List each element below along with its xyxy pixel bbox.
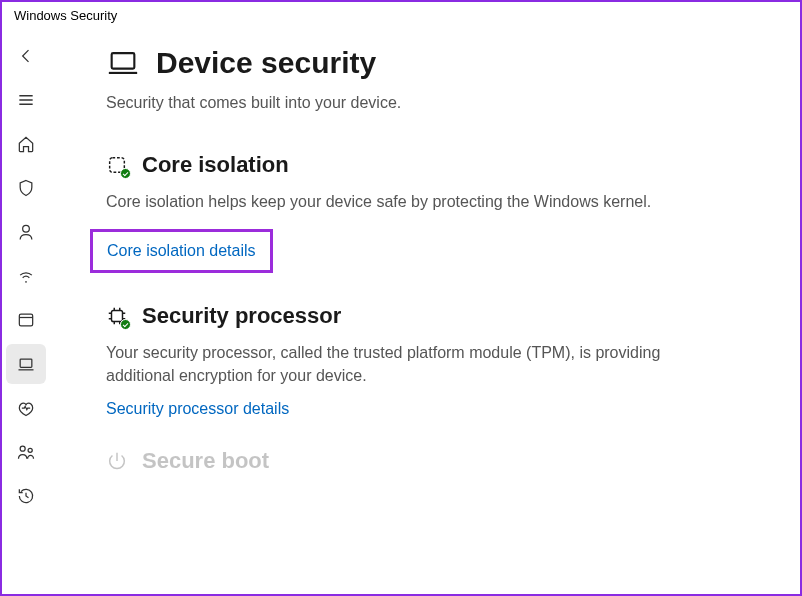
nav-app-browser[interactable]: [6, 300, 46, 340]
security-processor-desc: Your security processor, called the trus…: [106, 341, 666, 387]
laptop-icon: [16, 354, 36, 374]
status-ok-badge: [120, 168, 131, 179]
nav-account-protection[interactable]: [6, 212, 46, 252]
main-content: Device security Security that comes buil…: [50, 32, 800, 594]
window-icon: [16, 310, 36, 330]
annotation-highlight: Core isolation details: [90, 229, 273, 273]
chip-icon: [106, 305, 128, 327]
nav-device-security[interactable]: [6, 344, 46, 384]
history-icon: [16, 486, 36, 506]
laptop-icon: [106, 46, 140, 80]
nav-firewall[interactable]: [6, 256, 46, 296]
power-icon: [106, 450, 128, 472]
secure-boot-title: Secure boot: [142, 448, 269, 474]
section-secure-boot: Secure boot: [106, 448, 760, 474]
section-security-processor: Security processor Your security process…: [106, 303, 760, 417]
menu-button[interactable]: [6, 80, 46, 120]
person-icon: [16, 222, 36, 242]
core-isolation-desc: Core isolation helps keep your device sa…: [106, 190, 666, 213]
hamburger-icon: [16, 90, 36, 110]
nav-device-performance[interactable]: [6, 388, 46, 428]
signal-icon: [16, 266, 36, 286]
window-title: Windows Security: [2, 2, 800, 32]
core-isolation-title: Core isolation: [142, 152, 289, 178]
core-isolation-icon: [106, 154, 128, 176]
svg-rect-5: [112, 53, 135, 69]
page-subtitle: Security that comes built into your devi…: [106, 94, 760, 112]
home-icon: [16, 134, 36, 154]
shield-icon: [16, 178, 36, 198]
security-processor-title: Security processor: [142, 303, 341, 329]
security-processor-details-link[interactable]: Security processor details: [106, 400, 289, 418]
back-button[interactable]: [6, 36, 46, 76]
section-core-isolation: Core isolation Core isolation helps keep…: [106, 152, 760, 273]
nav-family[interactable]: [6, 432, 46, 472]
svg-point-0: [23, 225, 30, 232]
nav-virus-threat[interactable]: [6, 168, 46, 208]
svg-point-3: [20, 446, 25, 451]
svg-point-4: [28, 448, 32, 452]
svg-rect-2: [20, 359, 32, 367]
core-isolation-details-link[interactable]: Core isolation details: [107, 242, 256, 260]
nav-history[interactable]: [6, 476, 46, 516]
status-ok-badge: [120, 319, 131, 330]
page-title: Device security: [156, 46, 376, 80]
arrow-left-icon: [16, 46, 36, 66]
svg-rect-1: [19, 314, 32, 326]
nav-home[interactable]: [6, 124, 46, 164]
people-icon: [16, 442, 36, 462]
sidebar: [2, 32, 50, 594]
heart-pulse-icon: [16, 398, 36, 418]
